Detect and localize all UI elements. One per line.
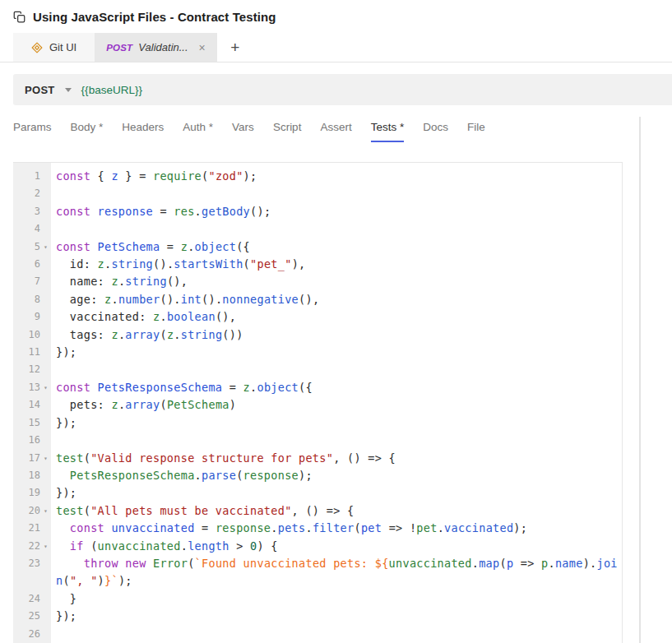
code-lines: 1const { z } = require("zod");23const re… xyxy=(13,163,622,643)
code-line-26: 26 xyxy=(13,626,622,643)
code-line-18: 18 PetsResponseSchema.parse(response); xyxy=(13,467,622,484)
code-line-8: 8 age: z.number().int().nonnegative(), xyxy=(13,291,622,308)
line-number: 17▾ xyxy=(13,450,51,467)
code-text[interactable]: }); xyxy=(51,608,622,625)
line-number: 11 xyxy=(13,344,51,361)
code-text[interactable] xyxy=(51,361,622,378)
tab-headers[interactable]: Headers xyxy=(122,121,164,142)
tab-file[interactable]: File xyxy=(467,121,485,142)
line-number: 13▾ xyxy=(13,379,51,396)
code-line-6: 6 id: z.string().startsWith("pet_"), xyxy=(13,256,622,273)
code-text[interactable] xyxy=(51,626,622,643)
code-text[interactable]: const { z } = require("zod"); xyxy=(51,168,622,185)
line-number: 22▾ xyxy=(13,538,51,555)
code-text[interactable]: const PetSchema = z.object({ xyxy=(51,238,622,256)
code-line-25: 25}); xyxy=(13,608,622,625)
code-line-22: 22▾ if (unvaccinated.length > 0) { xyxy=(13,538,622,555)
code-line-10: 10 tags: z.array(z.string()) xyxy=(13,326,622,344)
code-text[interactable]: PetsResponseSchema.parse(response); xyxy=(51,467,622,484)
code-line-12: 12 xyxy=(13,361,622,378)
code-line-16: 16 xyxy=(13,432,622,449)
tab-assert[interactable]: Assert xyxy=(320,121,351,142)
code-line-21: 21 const unvaccinated = response.pets.fi… xyxy=(13,520,622,537)
code-text[interactable]: const response = res.getBody(); xyxy=(51,203,622,220)
code-text[interactable]: vaccinated: z.boolean(), xyxy=(51,308,622,326)
code-line-24: 24 } xyxy=(13,590,622,608)
tab-params[interactable]: Params xyxy=(13,121,52,142)
tab-strip: Git UI POST Validatin... × + xyxy=(0,33,672,62)
line-number: 10 xyxy=(13,326,51,344)
line-number: 24 xyxy=(13,590,51,608)
line-number: 16 xyxy=(13,432,51,449)
code-line-11: 11}); xyxy=(13,344,622,361)
tab-body[interactable]: Body * xyxy=(71,121,104,142)
code-line-5: 5▾const PetSchema = z.object({ xyxy=(13,238,622,256)
code-text[interactable]: test("All pets must be vaccinated", () =… xyxy=(51,502,622,520)
code-line-3: 3const response = res.getBody(); xyxy=(13,203,622,220)
tab-collection-label: Git UI xyxy=(49,41,76,53)
fold-arrow-icon[interactable]: ▾ xyxy=(40,538,51,555)
close-tab-icon[interactable]: × xyxy=(199,42,206,53)
line-number: 15 xyxy=(13,414,51,432)
code-text[interactable]: if (unvaccinated.length > 0) { xyxy=(51,538,622,555)
code-text[interactable] xyxy=(51,185,622,202)
line-number: 1 xyxy=(13,168,51,185)
code-text[interactable]: age: z.number().int().nonnegative(), xyxy=(51,291,622,308)
fold-arrow-icon[interactable]: ▾ xyxy=(40,450,51,467)
tab-script[interactable]: Script xyxy=(273,121,302,142)
code-text[interactable]: throw new Error(`Found unvaccinated pets… xyxy=(51,555,622,590)
code-text[interactable]: pets: z.array(PetSchema) xyxy=(51,396,622,414)
collection-copy-icon xyxy=(13,11,25,23)
line-number: 4 xyxy=(13,220,51,238)
line-number: 20▾ xyxy=(13,502,51,520)
fold-arrow-icon[interactable]: ▾ xyxy=(40,379,51,396)
new-tab-button[interactable]: + xyxy=(217,33,253,62)
page-title: Using JavaScript Files - Contract Testin… xyxy=(33,10,276,24)
fold-arrow-icon[interactable]: ▾ xyxy=(40,502,51,520)
code-line-19: 19}); xyxy=(13,484,622,502)
code-text[interactable]: }); xyxy=(51,414,622,432)
tab-auth[interactable]: Auth * xyxy=(183,121,213,142)
tab-request-label: Validatin... xyxy=(138,41,188,53)
code-line-17: 17▾test("Valid response structure for pe… xyxy=(13,450,622,467)
url-input[interactable]: {{baseURL}} xyxy=(81,84,142,96)
code-text[interactable]: }); xyxy=(51,484,622,502)
code-text[interactable]: }); xyxy=(51,344,622,361)
method-selector[interactable]: POST xyxy=(25,84,55,96)
request-section-tabs: ParamsBody *HeadersAuth *VarsScriptAsser… xyxy=(13,121,485,142)
code-text[interactable] xyxy=(51,432,622,449)
line-number: 12 xyxy=(13,361,51,378)
chevron-down-icon[interactable] xyxy=(65,88,72,92)
tab-request-validating[interactable]: POST Validatin... × xyxy=(95,33,217,62)
fold-arrow-icon[interactable]: ▾ xyxy=(40,238,51,256)
code-line-7: 7 name: z.string(), xyxy=(13,273,622,290)
code-text[interactable]: name: z.string(), xyxy=(51,273,622,290)
code-line-14: 14 pets: z.array(PetSchema) xyxy=(13,396,622,414)
line-number: 21 xyxy=(13,520,51,537)
title-bar: Using JavaScript Files - Contract Testin… xyxy=(0,0,672,33)
tab-collection-git-ui[interactable]: Git UI xyxy=(13,33,95,62)
tab-tests[interactable]: Tests * xyxy=(371,121,405,142)
code-text[interactable] xyxy=(51,220,622,238)
line-number: 9 xyxy=(13,308,51,326)
line-number: 2 xyxy=(13,185,51,202)
tab-docs[interactable]: Docs xyxy=(423,121,448,142)
line-number: 6 xyxy=(13,256,51,273)
line-number: 3 xyxy=(13,203,51,220)
gem-icon xyxy=(31,42,43,53)
line-number: 7 xyxy=(13,273,51,290)
line-number: 8 xyxy=(13,291,51,308)
code-line-2: 2 xyxy=(13,185,622,202)
code-text[interactable]: tags: z.array(z.string()) xyxy=(51,326,622,344)
request-bar: POST {{baseURL}} xyxy=(13,74,672,105)
code-text[interactable]: const unvaccinated = response.pets.filte… xyxy=(51,520,622,537)
code-text[interactable]: test("Valid response structure for pets"… xyxy=(51,450,622,467)
pane-splitter-handle[interactable] xyxy=(639,117,641,643)
line-number: 14 xyxy=(13,396,51,414)
line-number: 26 xyxy=(13,626,51,643)
code-text[interactable]: const PetsResponseSchema = z.object({ xyxy=(51,379,622,396)
code-text[interactable]: id: z.string().startsWith("pet_"), xyxy=(51,256,622,273)
code-editor[interactable]: 1const { z } = require("zod");23const re… xyxy=(13,162,623,643)
code-text[interactable]: } xyxy=(51,590,622,608)
tab-vars[interactable]: Vars xyxy=(232,121,254,142)
